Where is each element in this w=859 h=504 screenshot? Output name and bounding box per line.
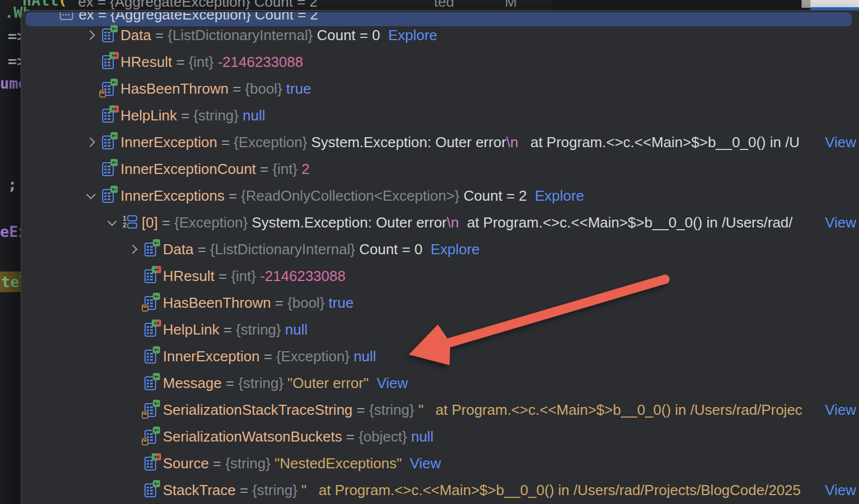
getter-badge: ← (110, 79, 118, 86)
getter-badge: ← (110, 25, 118, 32)
view-link[interactable]: View (825, 401, 856, 419)
chevron-down-icon[interactable] (102, 220, 123, 225)
property-icon: ↔ (102, 108, 116, 123)
equals-sign: = (158, 214, 175, 231)
variable-value-segment: {Exception} (175, 214, 252, 231)
variable-value-segment: null (285, 321, 307, 338)
variable-value-segment: Count = 0 (359, 241, 422, 258)
property-icon: ← (144, 295, 158, 311)
explore-link[interactable]: Explore (431, 241, 480, 258)
getter-setter-badge: ↔ (109, 52, 119, 59)
getter-setter-badge: ↔ (152, 266, 161, 273)
property-icon: ← (144, 348, 158, 364)
editor-panel-strip (552, 0, 802, 10)
view-link-container: View (818, 209, 856, 236)
private-lock-badge (99, 90, 106, 98)
variable-row-0[interactable]: 12[0] = {Exception} System.Exception: Ou… (21, 209, 859, 236)
view-link[interactable]: View (377, 375, 408, 392)
view-link-container: View (818, 129, 856, 156)
view-link[interactable]: View (410, 455, 441, 472)
variable-icon (60, 12, 73, 20)
variable-value-segment: -2146233088 (218, 54, 303, 71)
equals-sign: = (209, 455, 225, 472)
variable-value-segment: {int} (189, 54, 218, 71)
variable-value-segment: {object} (359, 428, 411, 445)
getter-badge: ← (153, 400, 160, 407)
variable-row-HResult[interactable]: ↔HResult = {int} -2146233088 (21, 263, 859, 289)
variable-value-segment (402, 455, 409, 472)
variable-value-segment: {ReadOnlyCollection<Exception>} (241, 187, 464, 205)
variable-row-StackTrace[interactable]: ←StackTrace = {string} " at Program.<>c.… (21, 477, 859, 503)
equals-sign: = (172, 54, 189, 71)
variable-name: [0] (142, 214, 158, 231)
chevron-right-icon[interactable] (80, 32, 102, 38)
variable-row-Data[interactable]: ←Data = {ListDictionaryInternal} Count =… (21, 236, 859, 263)
variable-name: InnerException (120, 134, 217, 151)
explore-link[interactable]: Explore (535, 187, 584, 205)
equals-sign: = (219, 321, 236, 338)
variable-value-segment: -2146233088 (260, 268, 345, 285)
getter-setter-badge: ↔ (152, 453, 161, 461)
variable-name: HResult (163, 268, 214, 285)
variable-value-segment: "NestedExceptions" (274, 455, 402, 472)
view-link[interactable]: View (825, 134, 856, 151)
equals-sign: = (259, 348, 276, 365)
view-link[interactable]: View (825, 214, 856, 231)
array-element-icon: 12 (123, 215, 137, 230)
view-link-container: View (818, 477, 856, 503)
variable-value-segment (380, 27, 388, 44)
property-icon: ↔ (102, 54, 116, 70)
equals-sign: = (229, 80, 245, 98)
equals-sign: = (214, 268, 231, 285)
property-icon: ← (102, 27, 116, 43)
variable-value-segment: at Program.<>c.<<Main>$>b__0_0() in /U (518, 134, 799, 151)
property-icon: ↔ (144, 268, 158, 284)
variable-name: SerializationWatsonBuckets (163, 428, 342, 445)
getter-badge: ← (153, 293, 160, 300)
private-lock-badge (142, 304, 148, 312)
variable-row-HelpLink[interactable]: ↔HelpLink = {string} null (21, 316, 859, 343)
getter-badge: ← (153, 346, 160, 353)
private-lock-badge (142, 411, 148, 419)
variable-row-InnerException[interactable]: ←InnerException = {Exception} null (21, 343, 859, 370)
variable-value-segment: {string} (236, 321, 285, 338)
variable-value-segment: {ListDictionaryInternal} (210, 241, 359, 258)
variable-row-Message[interactable]: ←Message = {string} "Outer error" View (21, 370, 859, 396)
property-icon: ← (102, 81, 116, 96)
property-icon: ↔ (144, 322, 158, 337)
explore-link[interactable]: Explore (388, 27, 437, 44)
equals-sign: = (342, 428, 359, 445)
variable-value-segment (527, 187, 535, 205)
editor-code-fragment: M (505, 0, 517, 10)
variable-row-InnerExceptions[interactable]: ←InnerExceptions = {ReadOnlyCollection<E… (21, 182, 859, 209)
variable-value-segment: {int} (272, 161, 301, 178)
variable-value-segment: 2 (302, 161, 310, 178)
variable-row-Source[interactable]: ↔Source = {string} "NestedExceptions" Vi… (21, 450, 859, 477)
variable-row-SerializationStackTraceString[interactable]: ←SerializationStackTraceString = {string… (21, 396, 859, 423)
variable-value-segment: Count = 0 (317, 27, 380, 44)
getter-badge: ← (153, 373, 160, 380)
variable-row-HResult[interactable]: ↔HResult = {int} -2146233088 (21, 49, 859, 75)
getter-setter-badge: ↔ (109, 105, 119, 113)
variable-row-HasBeenThrown[interactable]: ←HasBeenThrown = {bool} true (21, 289, 859, 316)
variable-value-segment: " at Program.<>c.<<Main>$>b__0_0() in /U… (418, 401, 802, 419)
variable-row-Data[interactable]: ←Data = {ListDictionaryInternal} Count =… (21, 22, 859, 49)
equals-sign: = (217, 134, 234, 151)
variable-value-segment: \n (506, 134, 519, 151)
property-icon: ← (102, 161, 116, 177)
property-icon: ← (102, 188, 116, 203)
variable-row-InnerExceptionCount[interactable]: ←InnerExceptionCount = {int} 2 (21, 156, 859, 182)
view-link[interactable]: View (825, 482, 856, 499)
variable-row-HasBeenThrown[interactable]: ←HasBeenThrown = {bool} true (21, 75, 859, 102)
variable-row-SerializationWatsonBuckets[interactable]: ←SerializationWatsonBuckets = {object} n… (21, 423, 859, 450)
variable-row-HelpLink[interactable]: ↔HelpLink = {string} null (21, 102, 859, 129)
chevron-right-icon[interactable] (80, 139, 102, 146)
variable-value-segment (422, 241, 430, 258)
chevron-down-icon[interactable] (80, 193, 102, 198)
equals-sign: = (353, 401, 369, 419)
property-icon: ← (144, 402, 158, 418)
view-link-container: View (818, 396, 856, 423)
variable-row-InnerException[interactable]: ←InnerException = {Exception} System.Exc… (21, 129, 859, 156)
variable-value-segment: {int} (231, 268, 260, 285)
chevron-right-icon[interactable] (123, 246, 144, 253)
